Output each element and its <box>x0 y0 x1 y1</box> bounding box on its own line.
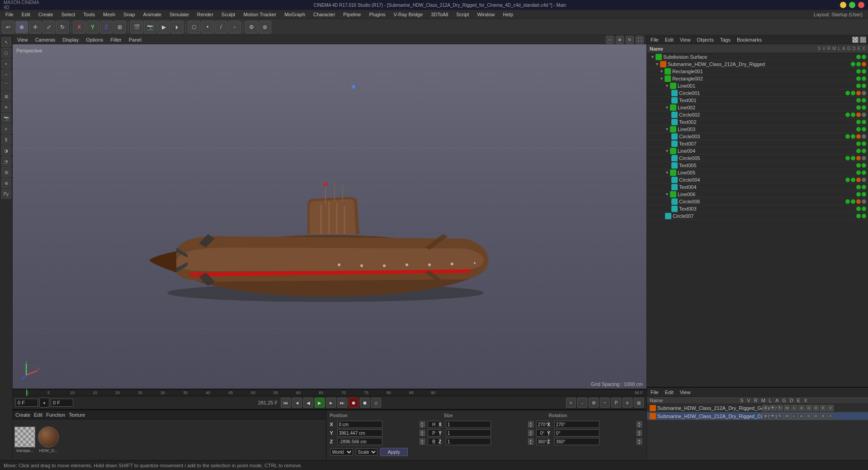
settings-button[interactable]: ⚙ <box>245 21 258 33</box>
tree-item-line003[interactable]: ▼ Line003 <box>647 126 868 133</box>
ctrl-icon2[interactable]: 👁 <box>769 413 776 419</box>
coord-space-select[interactable]: World Object Local <box>330 448 353 456</box>
menu-create[interactable]: Create <box>35 11 57 18</box>
move-button[interactable]: ✛ <box>29 21 42 33</box>
menu-tools[interactable]: Tools <box>80 11 99 18</box>
record-button[interactable]: ⏺ <box>349 398 359 408</box>
tree-item-circle005[interactable]: Circle005 <box>647 155 868 162</box>
z-pos-down[interactable]: ▼ <box>420 442 425 445</box>
timeline-layout-button[interactable]: ≡ <box>623 398 632 408</box>
ctrl-icon10[interactable]: X <box>827 413 834 419</box>
geo-icon4[interactable]: M <box>784 405 790 411</box>
tree-item-line002[interactable]: ▼ Line002 <box>647 104 868 111</box>
mat-menu-create[interactable]: Create <box>15 412 30 418</box>
sidebar-shader-icon[interactable]: $ <box>1 135 11 145</box>
sidebar-nurbs-icon[interactable]: ⌒ <box>1 80 11 90</box>
menu-sculpt[interactable]: Sculpt <box>218 11 239 18</box>
tree-item-line006[interactable]: ▼ Line006 <box>647 191 868 198</box>
next-frame-button[interactable]: ► <box>326 398 336 408</box>
geo-icon3[interactable]: ↻ <box>777 405 783 411</box>
menu-select[interactable]: Select <box>58 11 79 18</box>
geo-icon2[interactable]: 👁 <box>769 405 776 411</box>
sidebar-light-icon[interactable]: ☀ <box>1 102 11 112</box>
sidebar-object-icon[interactable]: ⬡ <box>1 48 11 58</box>
x-position-input[interactable] <box>337 421 382 428</box>
tree-item-circle001[interactable]: Circle001 <box>647 89 868 97</box>
go-to-start-button[interactable]: ⏮ <box>281 398 291 408</box>
mat-menu-function[interactable]: Function <box>46 412 65 418</box>
rotate-button[interactable]: ↻ <box>56 21 69 33</box>
menu-character[interactable]: Character <box>310 11 339 18</box>
menu-script[interactable]: Script <box>453 11 472 18</box>
tree-item-circle003[interactable]: Circle003 <box>647 133 868 140</box>
menu-help[interactable]: Help <box>500 11 517 18</box>
sidebar-scene-icon[interactable]: ≡ <box>1 124 11 134</box>
menu-edit[interactable]: Edit <box>18 11 34 18</box>
ctrl-icon8[interactable]: D <box>813 413 819 419</box>
y-size-down[interactable]: ▼ <box>528 433 533 436</box>
go-to-end-button[interactable]: ⏭ <box>337 398 347 408</box>
key-settings-button[interactable]: ⚙ <box>589 398 599 408</box>
z-axis-button[interactable]: Z <box>100 21 113 33</box>
tree-item-circle004[interactable]: Circle004 <box>647 176 868 183</box>
stop-record-button[interactable]: ⏹ <box>360 398 370 408</box>
vp-menu-cameras[interactable]: Cameras <box>33 37 57 42</box>
tree-item-line004[interactable]: ▼ Line004 <box>647 147 868 155</box>
obj-menu-edit[interactable]: Edit <box>663 37 675 42</box>
tree-item-subdivision[interactable]: ▼ Subdivision Surface <box>647 53 868 61</box>
vp-zoom-icon[interactable]: ⊕ <box>616 36 624 44</box>
ctrl-icon6[interactable]: A <box>798 413 805 419</box>
apply-button[interactable]: Apply <box>380 448 408 456</box>
tree-item-submarine-main[interactable]: ▼ Submarine_HDW_Class_212A_Dry_Rigged <box>647 61 868 68</box>
3d-viewport[interactable]: Perspective <box>13 44 646 389</box>
tree-item-circle007[interactable]: Circle007 <box>647 212 868 220</box>
sidebar-deformer-icon[interactable]: ⊠ <box>1 91 11 101</box>
ctrl-icon3[interactable]: ↻ <box>777 413 783 419</box>
menu-animate[interactable]: Animate <box>140 11 165 18</box>
del-keyframe-button[interactable]: - <box>577 398 587 408</box>
sidebar-camera-icon[interactable]: 📷 <box>1 113 11 123</box>
y-rot-up[interactable]: ▲ <box>637 430 642 433</box>
vp-menu-filter[interactable]: Filter <box>108 37 123 42</box>
ctrl-icon7[interactable]: G <box>806 413 812 419</box>
y-size-up[interactable]: ▲ <box>528 430 533 433</box>
render-button[interactable]: ▶ <box>157 21 170 33</box>
ctrl-icon1[interactable]: ⊞ <box>762 413 769 419</box>
tree-item-line001[interactable]: ▼ Line001 <box>647 82 868 89</box>
x-size-input[interactable] <box>446 421 491 428</box>
keyframe-button[interactable]: ◇ <box>371 398 381 408</box>
render-region-button[interactable]: 📷 <box>144 21 156 33</box>
menu-motion-tracker[interactable]: Motion Tracker <box>240 11 280 18</box>
x-size-up[interactable]: ▲ <box>528 421 533 424</box>
frame-input-2[interactable] <box>51 399 73 407</box>
mat-menu-edit[interactable]: Edit <box>34 412 42 418</box>
menu-file[interactable]: File <box>2 11 17 18</box>
tree-item-circle002[interactable]: Circle002 <box>647 111 868 118</box>
x-axis-button[interactable]: X <box>73 21 85 33</box>
material-item-hdw[interactable]: HDW_G... <box>38 427 59 453</box>
attr-menu-edit[interactable]: Edit <box>663 390 675 395</box>
tree-item-text004[interactable]: Text004 <box>647 183 868 191</box>
coord-system-button[interactable]: ⊞ <box>113 21 126 33</box>
minimize-button[interactable] <box>840 2 846 8</box>
y-axis-button[interactable]: Y <box>86 21 99 33</box>
live-selection-button[interactable]: ⊕ <box>15 21 28 33</box>
geo-icon6[interactable]: A <box>798 405 805 411</box>
y-rotation-input[interactable] <box>554 429 599 437</box>
tree-item-rect002[interactable]: ▼ Rectangle002 <box>647 75 868 82</box>
current-frame-input[interactable] <box>15 399 38 407</box>
menu-mograph[interactable]: MoGraph <box>281 11 309 18</box>
menu-simulate[interactable]: Simulate <box>166 11 193 18</box>
attr-row-geometry[interactable]: Submarine_HDW_Class_212A_Dry_Rigged_Geom… <box>647 404 868 412</box>
edge-mode-button[interactable]: / <box>215 21 227 33</box>
y-position-input[interactable] <box>337 429 382 437</box>
motion-path-button[interactable]: ~ <box>600 398 610 408</box>
sidebar-grid-icon[interactable]: ⊞ <box>1 167 11 177</box>
attr-menu-file[interactable]: File <box>649 390 660 395</box>
geo-icon8[interactable]: D <box>813 405 819 411</box>
tree-item-text005[interactable]: Text005 <box>647 162 868 169</box>
obj-checker-icon[interactable] <box>852 37 859 43</box>
interactive-render-button[interactable]: ⏵ <box>171 21 184 33</box>
x-rot-up[interactable]: ▲ <box>637 421 642 424</box>
point-mode-button[interactable]: • <box>201 21 214 33</box>
